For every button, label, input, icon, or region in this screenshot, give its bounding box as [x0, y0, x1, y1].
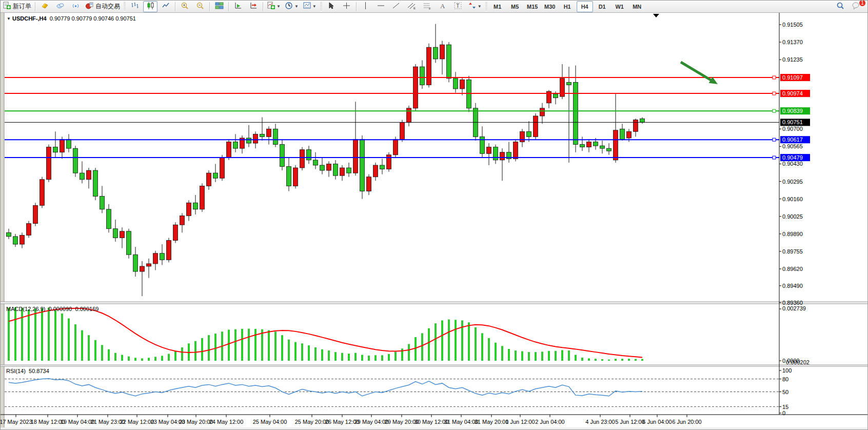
chart-shift-button[interactable] — [246, 1, 261, 12]
bar-chart-button[interactable] — [128, 1, 142, 12]
timeframe-m30-button[interactable]: M30 — [542, 1, 558, 12]
macd-histogram-bar — [548, 351, 550, 361]
notification-badge: 1 — [859, 0, 866, 7]
macd-axis-bottom: 0.000202 — [786, 359, 810, 365]
support-line-1-handle[interactable] — [773, 138, 776, 141]
signals-button[interactable] — [68, 1, 83, 12]
pane-separator[interactable] — [1, 302, 868, 304]
chart-canvas[interactable]: 0.910970.909740.908390.906170.904790.907… — [1, 1, 868, 430]
macd-histogram-bar — [228, 329, 230, 361]
time-tick-label: 18 May 12:00 — [31, 419, 65, 425]
auto-scroll-button[interactable] — [231, 1, 245, 12]
macd-histogram-bar — [261, 329, 263, 361]
macd-histogram-bar — [234, 329, 236, 361]
tile-windows-button[interactable] — [212, 1, 226, 12]
new-order-button[interactable]: 新订单 — [1, 1, 33, 12]
autotrading-button[interactable]: 自动交易 — [84, 1, 122, 12]
resistance-line-1-handle[interactable] — [773, 76, 776, 79]
sep9 — [485, 2, 487, 11]
candle-bullish — [207, 173, 211, 186]
sep8 — [356, 2, 357, 11]
price-tick-label: 0.90565 — [782, 143, 803, 149]
text-label-button[interactable]: T — [451, 1, 465, 12]
macd-histogram-bar — [81, 330, 83, 361]
macd-histogram-bar — [488, 338, 490, 361]
line-chart-icon — [162, 2, 170, 12]
line-chart-button[interactable] — [159, 1, 173, 12]
cursor-button[interactable] — [324, 1, 339, 12]
time-tick-label: 29 May 04:00 — [354, 419, 389, 425]
candle-bullish — [520, 131, 525, 142]
charts-group-button[interactable] — [53, 1, 67, 12]
candle-bearish — [260, 134, 265, 136]
candle-bearish — [527, 131, 531, 136]
macd-histogram-bar — [41, 308, 43, 361]
notifications-button[interactable]: 1 — [849, 1, 863, 12]
support-line-2-handle[interactable] — [773, 156, 776, 159]
macd-histogram-bar — [508, 349, 510, 361]
timeframe-h4-button[interactable]: H4 — [577, 1, 593, 12]
resistance-line-2-handle[interactable] — [773, 92, 776, 95]
candle-bullish — [180, 216, 185, 225]
macd-histogram-bar — [108, 349, 110, 361]
text-button[interactable]: A — [436, 1, 450, 12]
crosshair-button[interactable] — [340, 1, 354, 12]
arrows-button[interactable]: ▼ — [466, 1, 483, 12]
macd-histogram-bar — [48, 307, 50, 361]
macd-name: MACD(12,26,9) — [6, 306, 45, 312]
candle-bullish — [440, 45, 445, 59]
pivot-line-handle[interactable] — [773, 109, 776, 112]
time-tick-label: 6 Jun 04:00 — [642, 419, 672, 425]
macd-histogram-bar — [194, 341, 196, 361]
candle-bearish — [160, 253, 165, 260]
candle-bullish — [500, 152, 505, 160]
macd-histogram-bar — [88, 335, 90, 361]
resistance-line-2-price-text: 0.90974 — [782, 90, 803, 96]
trendline-button[interactable] — [389, 1, 404, 12]
periods-button[interactable]: ▼ — [283, 1, 300, 12]
candlestick-chart-button[interactable] — [143, 1, 157, 12]
macd-histogram-bar — [208, 335, 210, 361]
timeframe-m1-button[interactable]: M1 — [489, 1, 506, 12]
current-price-text: 0.90751 — [782, 119, 803, 125]
candle-bullish — [120, 231, 125, 238]
time-tick-label: 23 May 20:00 — [179, 419, 213, 425]
timeframe-d1-button[interactable]: D1 — [594, 1, 610, 12]
macd-histogram-bar — [561, 350, 563, 361]
time-tick-label: 25 May 04:00 — [253, 419, 287, 425]
time-tick-label: 31 May 20:00 — [475, 419, 509, 425]
search-button[interactable] — [833, 1, 847, 12]
candle-bullish — [534, 116, 538, 136]
candle-bullish — [47, 147, 51, 180]
fibonacci-button[interactable]: F — [420, 1, 435, 12]
chart-ohlc-quote: 0.90779 0.90779 0.90746 0.90751 — [50, 15, 136, 22]
candle-bullish — [167, 240, 171, 260]
macd-histogram-bar — [601, 359, 603, 361]
macd-histogram-bar — [28, 309, 30, 361]
market-watch-button[interactable] — [37, 1, 52, 12]
macd-histogram-bar — [394, 351, 397, 361]
main-toolbar: 新订单自动交易▼▼▼EFAT▼M1M5M15M30H1H4D1W1MN 1 — [1, 1, 868, 13]
vertical-line-button[interactable] — [359, 1, 373, 12]
timeframe-m15-button[interactable]: M15 — [524, 1, 541, 12]
macd-histogram-bar — [288, 340, 290, 361]
macd-histogram-bar — [341, 353, 343, 361]
chart-title: ▼ USDCHF-,H4 0.90779 0.90779 0.90746 0.9… — [7, 15, 136, 22]
candle-bullish — [60, 139, 65, 152]
indicators-button[interactable]: ▼ — [265, 1, 282, 12]
equidistant-channel-button[interactable]: E — [405, 1, 419, 12]
candle-bullish — [173, 225, 178, 240]
timeframe-h1-button[interactable]: H1 — [559, 1, 576, 12]
macd-histogram-bar — [555, 351, 557, 361]
macd-histogram-bar — [94, 340, 96, 361]
macd-histogram-bar — [121, 355, 123, 361]
horizontal-line-button[interactable] — [374, 1, 388, 12]
price-tick-label: 0.91370 — [782, 39, 803, 45]
timeframe-w1-button[interactable]: W1 — [611, 1, 628, 12]
timeframe-m5-button[interactable]: M5 — [507, 1, 523, 12]
templates-button[interactable]: ▼ — [301, 1, 318, 12]
zoom-out-button[interactable] — [193, 1, 207, 12]
chart-dropdown-icon[interactable]: ▼ — [7, 16, 11, 21]
zoom-in-button[interactable] — [177, 1, 192, 12]
timeframe-mn-button[interactable]: MN — [629, 1, 645, 12]
